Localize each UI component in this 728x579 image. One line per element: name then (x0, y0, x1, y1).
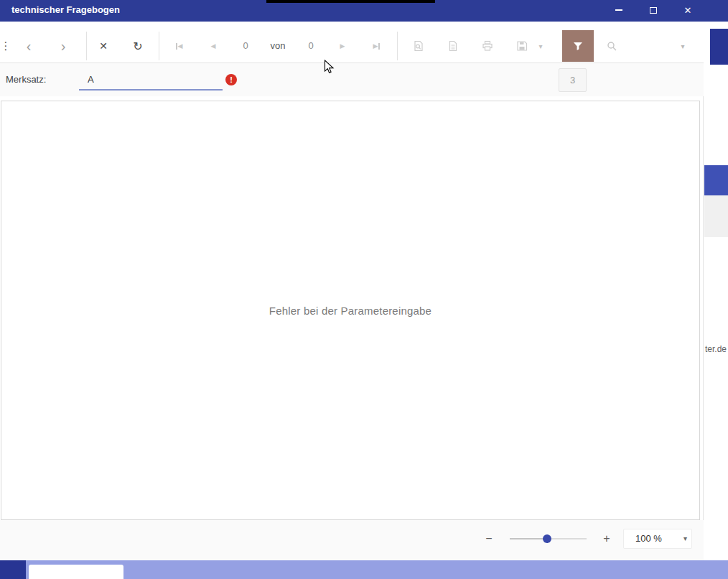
search-icon (606, 40, 617, 52)
save-dropdown-icon: ▾ (538, 42, 542, 50)
toolbar: ⋮ ‹ › ✕ ↻ ◀ ◀ (0, 22, 704, 63)
zoom-level-dropdown[interactable]: 100 % ▾ (623, 529, 692, 549)
save-dropdown-button[interactable]: ▾ (535, 34, 546, 57)
refresh-button[interactable]: ↻ (126, 34, 149, 57)
statusbar: − + 100 % ▾ (0, 520, 704, 560)
total-pages-field[interactable]: 0 (297, 34, 325, 57)
forward-icon: › (61, 39, 66, 53)
next-page-button[interactable]: ▶ (331, 34, 354, 57)
current-page-field[interactable]: 0 (231, 34, 260, 57)
search-input[interactable] (623, 37, 673, 55)
background-bottom-strip (26, 560, 728, 579)
background-window-fragment-gray (704, 195, 728, 237)
save-export-button[interactable] (510, 34, 533, 57)
merksatz-label: Merksatz: (6, 63, 46, 96)
zoom-out-icon: − (485, 532, 492, 545)
page-setup-button[interactable] (407, 34, 430, 57)
last-page-icon: ▶ (373, 42, 381, 50)
chevron-down-icon: ▾ (681, 42, 684, 50)
page-of-label: von (267, 34, 289, 57)
mouse-cursor (324, 60, 335, 75)
print-icon (482, 40, 493, 52)
back-button[interactable]: ‹ (17, 34, 40, 57)
window-title: technischer Fragebogen (11, 0, 120, 20)
error-message: Fehler bei der Parametereingabe (269, 305, 431, 317)
zoom-dropdown-icon: ▾ (683, 529, 687, 548)
print-button[interactable] (476, 34, 499, 57)
zoom-in-button[interactable]: + (598, 530, 615, 547)
parameter-panel-toggle-button[interactable]: 3 (559, 68, 587, 92)
stop-icon: ✕ (99, 40, 108, 52)
next-page-icon: ▶ (340, 42, 345, 50)
stop-button[interactable]: ✕ (92, 34, 115, 57)
zoom-level-value: 100 % (635, 529, 662, 548)
titlebar[interactable]: technischer Fragebogen ✕ (0, 0, 728, 22)
back-icon: ‹ (27, 39, 32, 53)
forward-button[interactable]: › (52, 34, 75, 57)
filter-button[interactable] (562, 30, 594, 62)
minimize-button[interactable] (607, 0, 631, 20)
close-icon: ✕ (684, 5, 692, 16)
report-content-area: Fehler bei der Parametereingabe (1, 101, 700, 520)
first-page-icon: ◀ (175, 42, 183, 50)
save-icon (516, 40, 528, 52)
screen: technischer Fragebogen ✕ ⋮ ‹ › ✕ (0, 0, 728, 579)
refresh-icon: ↻ (133, 40, 142, 53)
previous-page-button[interactable]: ◀ (202, 34, 225, 57)
zoom-in-icon: + (603, 532, 610, 545)
background-window-fragment-dark (710, 29, 728, 65)
first-page-button[interactable]: ◀ (167, 34, 190, 57)
background-tab[interactable] (29, 565, 123, 579)
close-button[interactable]: ✕ (676, 0, 700, 20)
minimize-icon (615, 9, 622, 11)
search-dropdown-button[interactable]: ▾ (678, 34, 688, 57)
parameter-panel: Merksatz: ! 3 (0, 63, 704, 96)
zoom-slider-fill (510, 538, 547, 539)
validation-error-icon: ! (225, 74, 237, 85)
toolbar-separator (86, 32, 87, 60)
filter-icon (571, 40, 584, 52)
background-partial-text: ter.de (705, 344, 728, 354)
maximize-button[interactable] (641, 0, 666, 20)
background-taskbar-corner (0, 560, 26, 579)
merksatz-input[interactable] (79, 69, 223, 91)
zoom-slider-handle[interactable] (543, 534, 551, 543)
menu-dots-icon: ⋮ (1, 40, 11, 52)
document-icon (447, 40, 459, 52)
last-page-button[interactable]: ▶ (365, 34, 388, 57)
maximize-icon (650, 7, 657, 14)
toolbar-separator (397, 32, 398, 60)
background-black-strip (266, 0, 435, 3)
background-window-fragment-blue (704, 165, 728, 195)
toolbar-separator (159, 32, 159, 60)
overflow-menu-button[interactable]: ⋮ (0, 34, 11, 57)
page-setup-icon (413, 40, 424, 52)
search-button[interactable] (600, 34, 623, 57)
zoom-out-button[interactable]: − (480, 530, 498, 547)
document-view-button[interactable] (442, 34, 465, 57)
report-viewer-dialog: ⋮ ‹ › ✕ ↻ ◀ ◀ (0, 22, 704, 560)
previous-page-icon: ◀ (211, 42, 216, 50)
